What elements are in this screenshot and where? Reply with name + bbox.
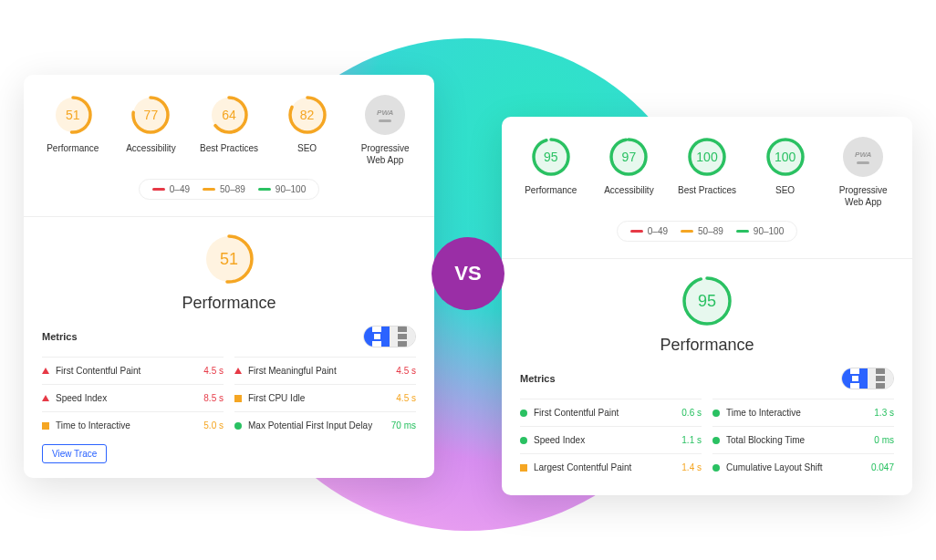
metric-name: Total Blocking Time — [726, 435, 805, 445]
metric-name: First Contentful Paint — [56, 366, 140, 376]
gauge-best-practices: 64Best Practices — [198, 95, 260, 154]
dot-green-icon — [712, 464, 720, 472]
metric-value: 0.6 s — [681, 408, 702, 418]
gauge-label: SEO — [775, 184, 795, 196]
metric-value: 1.4 s — [681, 462, 702, 472]
gauge-seo: 100SEO — [754, 137, 816, 196]
metric-name: Time to Interactive — [726, 408, 801, 418]
gauge-best-practices: 100Best Practices — [676, 137, 738, 196]
metric-value: 1.1 s — [681, 435, 702, 445]
toggle-compact-icon[interactable] — [390, 327, 415, 347]
gauge-performance: 95Performance — [520, 137, 582, 196]
metrics-view-toggle[interactable] — [363, 326, 416, 347]
metric-value: 0.047 — [871, 462, 894, 472]
gauge-performance: 51Performance — [42, 95, 104, 154]
gauge-label: Accessibility — [126, 142, 175, 154]
legend-swatch — [681, 230, 693, 233]
divider — [502, 258, 912, 259]
gauge-pwa: PWAProgressive Web App — [354, 95, 416, 166]
triangle-red-icon — [234, 368, 242, 374]
metric-row: First Contentful Paint4.5 s — [42, 357, 224, 384]
legend-swatch — [630, 230, 643, 233]
metric-name: Speed Index — [534, 435, 585, 445]
toggle-detailed-icon[interactable] — [842, 368, 868, 389]
metric-value: 4.5 s — [203, 366, 224, 376]
gauge-label: Best Practices — [678, 184, 736, 196]
metric-name: Speed Index — [56, 393, 107, 403]
metric-row: Max Potential First Input Delay70 ms — [234, 411, 416, 439]
legend-range: 0–49 — [648, 226, 668, 236]
gauge-label: Progressive Web App — [832, 184, 894, 208]
legend-range: 0–49 — [170, 184, 190, 194]
metric-value: 5.0 s — [203, 420, 224, 430]
metrics-columns: First Contentful Paint0.6 sSpeed Index1.… — [520, 399, 894, 481]
square-orange-icon — [42, 422, 49, 430]
gauge-label: Best Practices — [200, 142, 258, 154]
metrics-view-toggle[interactable] — [841, 368, 894, 389]
triangle-red-icon — [42, 368, 49, 374]
metric-name: Cumulative Layout Shift — [726, 462, 823, 472]
metric-value: 1.3 s — [874, 408, 894, 418]
toggle-compact-icon[interactable] — [868, 368, 893, 389]
legend-swatch — [736, 230, 749, 233]
gauge-accessibility: 77Accessibility — [120, 95, 182, 154]
square-orange-icon — [234, 395, 242, 402]
legend-item: 90–100 — [258, 184, 306, 194]
metric-row: Cumulative Layout Shift0.047 — [712, 453, 894, 481]
metric-name: First Contentful Paint — [534, 408, 619, 418]
gauge-label: SEO — [297, 142, 317, 154]
dot-green-icon — [712, 410, 720, 417]
gauge-pwa: PWAProgressive Web App — [832, 137, 894, 208]
metric-row: First Meaningful Paint4.5 s — [234, 357, 416, 384]
gauge-label: Accessibility — [604, 184, 653, 196]
lighthouse-card-right: 95Performance97Accessibility100Best Prac… — [502, 117, 912, 495]
metric-row: Time to Interactive5.0 s — [42, 411, 224, 439]
legend-range: 90–100 — [276, 184, 306, 194]
legend-swatch — [203, 188, 215, 191]
score-legend: 0–4950–8990–100 — [617, 221, 797, 242]
performance-title: Performance — [660, 336, 754, 355]
pwa-icon: PWA — [365, 95, 405, 135]
legend-item: 90–100 — [736, 226, 784, 236]
performance-summary: 51 Performance — [42, 233, 416, 313]
legend-item: 0–49 — [152, 184, 190, 194]
gauge-label: Progressive Web App — [354, 142, 416, 166]
square-orange-icon — [520, 464, 527, 472]
gauge-row: 95Performance97Accessibility100Best Prac… — [520, 137, 894, 208]
gauge-label: Performance — [525, 184, 577, 196]
metric-name: First CPU Idle — [248, 393, 305, 403]
metric-value: 8.5 s — [203, 393, 224, 403]
legend-item: 0–49 — [630, 226, 668, 236]
metric-row: Largest Contentful Paint1.4 s — [520, 453, 702, 481]
metric-value: 70 ms — [391, 420, 416, 430]
legend-swatch — [258, 188, 271, 191]
lighthouse-card-left: 51Performance77Accessibility64Best Pract… — [24, 75, 434, 478]
metric-value: 4.5 s — [396, 393, 416, 403]
metrics-heading: Metrics — [520, 373, 556, 384]
dot-green-icon — [520, 410, 527, 417]
legend-item: 50–89 — [203, 184, 245, 194]
dot-green-icon — [234, 422, 242, 430]
metric-row: First CPU Idle4.5 s — [234, 384, 416, 411]
metric-row: First Contentful Paint0.6 s — [520, 399, 702, 426]
metric-name: Largest Contentful Paint — [534, 462, 631, 472]
performance-title: Performance — [182, 294, 276, 313]
metric-value: 0 ms — [874, 435, 894, 445]
metrics-heading: Metrics — [42, 331, 78, 342]
legend-range: 90–100 — [754, 226, 784, 236]
dot-green-icon — [520, 437, 527, 444]
view-trace-button[interactable]: View Trace — [42, 444, 107, 463]
legend-range: 50–89 — [220, 184, 245, 194]
legend-range: 50–89 — [698, 226, 723, 236]
metric-name: First Meaningful Paint — [248, 366, 337, 376]
toggle-detailed-icon[interactable] — [364, 327, 390, 347]
vs-badge: VS — [432, 237, 504, 310]
metric-value: 4.5 s — [396, 366, 416, 376]
triangle-red-icon — [42, 395, 49, 401]
gauge-label: Performance — [47, 142, 99, 154]
metrics-columns: First Contentful Paint4.5 sSpeed Index8.… — [42, 357, 416, 439]
metric-row: Speed Index1.1 s — [520, 426, 702, 453]
metric-name: Time to Interactive — [56, 420, 130, 430]
legend-swatch — [152, 188, 165, 191]
metric-row: Total Blocking Time0 ms — [712, 426, 894, 453]
